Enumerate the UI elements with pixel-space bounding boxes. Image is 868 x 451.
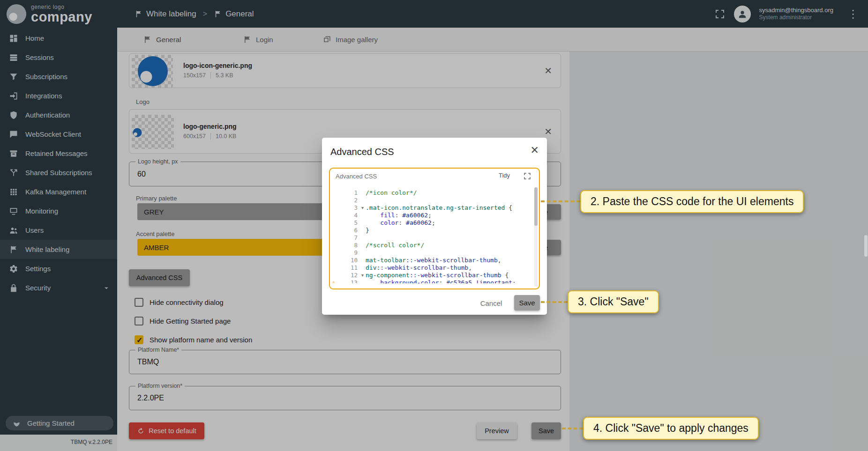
annotation-connector: [541, 200, 580, 202]
editor-scrollbar-track: [534, 187, 538, 287]
annotation-step-3: 3. Click "Save": [568, 290, 659, 313]
editor-gutter: 123▾456789101112▾13⚠: [330, 186, 366, 283]
annotation-connector: [562, 428, 583, 429]
css-editor[interactable]: Advanced CSS Tidy 123▾456789101112▾13⚠ /…: [329, 168, 540, 289]
close-icon[interactable]: ✕: [531, 145, 539, 155]
cancel-button[interactable]: Cancel: [477, 296, 506, 310]
annotation-connector: [541, 301, 568, 303]
editor-label: Advanced CSS: [336, 173, 377, 180]
modal-save-button[interactable]: Save: [514, 295, 540, 311]
dialog-title: Advanced CSS: [330, 147, 394, 157]
advanced-css-dialog: Advanced CSS ✕ Advanced CSS Tidy 123▾456…: [322, 138, 547, 315]
annotation-step-2: 2. Paste the CSS code for the UI element…: [580, 190, 804, 213]
editor-fullscreen-icon[interactable]: [523, 172, 531, 180]
app-root: generic logo company White labeling > Ge…: [0, 0, 868, 451]
editor-code[interactable]: /*icon color*/.mat-icon.notranslate.ng-s…: [366, 186, 534, 283]
page-scrollbar-thumb[interactable]: [864, 235, 868, 257]
editor-scrollbar-thumb[interactable]: [534, 187, 538, 226]
annotation-step-4: 4. Click "Save" to apply changes: [583, 417, 759, 440]
tidy-button[interactable]: Tidy: [499, 172, 510, 179]
code-viewport[interactable]: 123▾456789101112▾13⚠ /*icon color*/.mat-…: [330, 186, 534, 283]
